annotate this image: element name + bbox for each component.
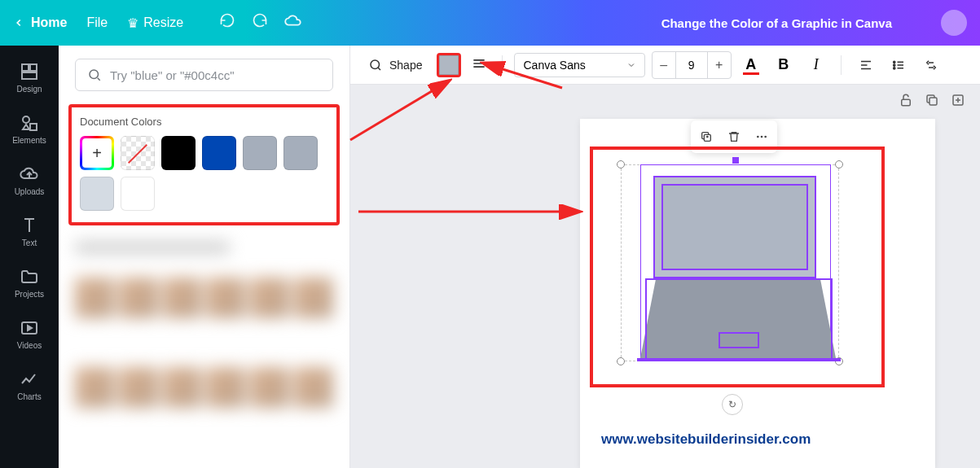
- home-button[interactable]: Home: [13, 15, 67, 30]
- list-button[interactable]: [886, 52, 912, 78]
- grid-icon: [20, 62, 39, 81]
- editor-toolbar: Shape Canva Sans – + A B I: [350, 46, 980, 85]
- search-input[interactable]: [110, 68, 321, 82]
- svg-point-12: [761, 136, 763, 138]
- resize-menu[interactable]: ♛ Resize: [127, 15, 183, 31]
- folder-icon: [20, 267, 39, 286]
- svg-rect-7: [902, 99, 911, 106]
- nav-design[interactable]: Design: [0, 55, 59, 100]
- fill-color-swatch[interactable]: [437, 53, 461, 77]
- laptop-trackpad[interactable]: [719, 332, 759, 348]
- svg-point-3: [23, 116, 29, 123]
- svg-rect-1: [30, 64, 37, 71]
- canvas-page-actions: [899, 93, 965, 111]
- nav-projects[interactable]: Projects: [0, 260, 59, 305]
- text-icon: [20, 216, 39, 235]
- svg-point-11: [757, 136, 759, 138]
- grey2-swatch[interactable]: [283, 136, 318, 170]
- doc-colors-title: Document Colors: [80, 116, 328, 128]
- redo-icon[interactable]: [252, 12, 268, 33]
- nav-uploads[interactable]: Uploads: [0, 158, 59, 203]
- text-color-button[interactable]: A: [738, 52, 764, 78]
- nav-text[interactable]: Text: [0, 209, 59, 254]
- search-icon: [87, 68, 102, 82]
- undo-icon[interactable]: [219, 12, 235, 33]
- svg-point-15: [893, 61, 894, 63]
- svg-rect-4: [30, 124, 37, 130]
- italic-button[interactable]: I: [803, 52, 829, 78]
- nav-videos[interactable]: Videos: [0, 312, 59, 356]
- white-swatch[interactable]: [121, 177, 155, 211]
- shape-button[interactable]: Shape: [360, 53, 430, 77]
- resize-label: Resize: [143, 15, 183, 30]
- font-size-decrease[interactable]: –: [653, 52, 675, 78]
- svg-point-16: [893, 63, 894, 65]
- add-color-swatch[interactable]: [80, 136, 114, 170]
- sync-badge[interactable]: ↻: [722, 394, 743, 415]
- lock-icon[interactable]: [899, 93, 913, 111]
- cloud-sync-icon[interactable]: [284, 12, 302, 33]
- bold-button[interactable]: B: [771, 52, 797, 78]
- border-style-button[interactable]: [468, 52, 490, 78]
- play-icon: [20, 318, 39, 338]
- spacing-button[interactable]: [918, 52, 944, 78]
- svg-rect-2: [22, 72, 37, 79]
- alignment-button[interactable]: [853, 52, 879, 78]
- transparent-swatch[interactable]: [121, 136, 155, 170]
- color-search[interactable]: [75, 59, 333, 91]
- blurred-content: [59, 225, 349, 468]
- svg-point-17: [893, 67, 894, 68]
- grey1-swatch[interactable]: [243, 136, 277, 170]
- top-icons: [219, 12, 302, 33]
- avatar[interactable]: [941, 10, 967, 36]
- chevron-down-icon: [626, 60, 636, 70]
- chevron-left-icon: [13, 17, 24, 28]
- top-bar: Home File ♛ Resize Change the Color of a…: [0, 0, 980, 46]
- home-label: Home: [31, 15, 67, 30]
- document-title[interactable]: Change the Color of a Graphic in Canva: [661, 16, 892, 30]
- nav-elements[interactable]: Elements: [0, 107, 59, 151]
- nav-rail: Design Elements Uploads Text Projects Vi…: [0, 46, 59, 468]
- more-button[interactable]: [749, 125, 774, 148]
- cloud-upload-icon: [20, 164, 39, 184]
- add-page-icon[interactable]: [951, 93, 965, 111]
- duplicate-page-icon[interactable]: [925, 93, 939, 111]
- laptop-screen[interactable]: [653, 176, 816, 278]
- svg-point-6: [90, 70, 99, 79]
- crown-icon: ♛: [127, 15, 138, 31]
- duplicate-button[interactable]: [694, 125, 719, 148]
- shape-circle-icon: [368, 58, 383, 72]
- file-menu[interactable]: File: [86, 15, 108, 30]
- black-swatch[interactable]: [161, 136, 196, 170]
- delete-button[interactable]: [722, 125, 746, 148]
- watermark: www.websitebuilderinsider.com: [601, 431, 811, 448]
- font-select[interactable]: Canva Sans: [514, 53, 644, 77]
- document-colors-box: Document Colors: [68, 104, 340, 225]
- nav-charts[interactable]: Charts: [0, 363, 59, 408]
- lightgrey-swatch[interactable]: [80, 177, 114, 211]
- chart-line-icon: [20, 370, 39, 389]
- font-size-group: – +: [652, 51, 732, 79]
- font-size-increase[interactable]: +: [708, 52, 731, 78]
- laptop-graphic-selection[interactable]: [621, 164, 839, 361]
- canvas-area: ↻ www.websitebuilderinsider.com: [350, 46, 980, 468]
- svg-rect-0: [22, 64, 29, 71]
- blue-swatch[interactable]: [202, 136, 236, 170]
- svg-point-14: [371, 60, 380, 69]
- svg-point-13: [764, 136, 767, 138]
- svg-rect-8: [929, 98, 937, 105]
- side-panel: Document Colors: [59, 46, 350, 468]
- font-size-input[interactable]: [675, 52, 708, 78]
- top-left-group: Home File ♛ Resize: [13, 12, 302, 33]
- shapes-icon: [20, 113, 39, 133]
